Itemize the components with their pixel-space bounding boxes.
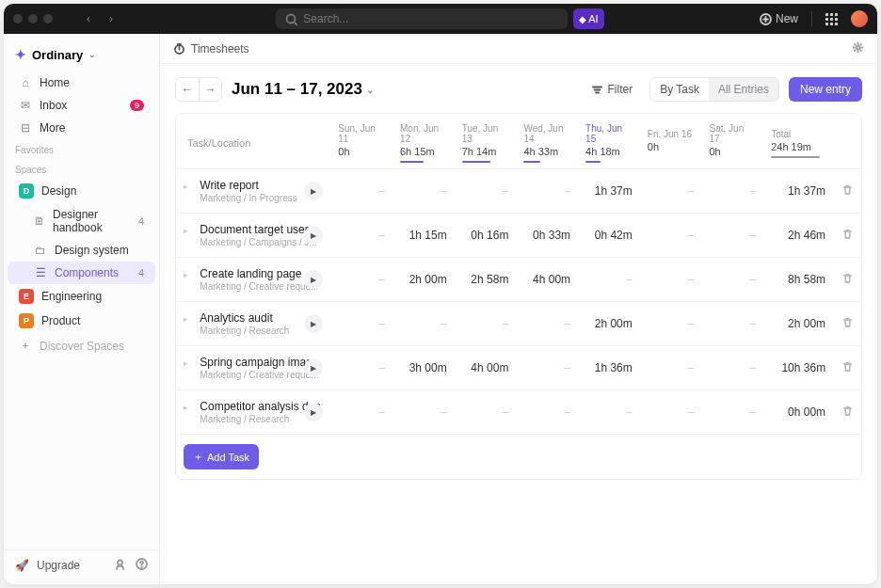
ai-button[interactable]: ◆ AI [573,8,603,29]
sidebar-item-design-system[interactable]: 🗀 Design system [8,239,155,262]
time-cell[interactable]: – [330,169,392,214]
workspace-switcher[interactable]: ✦ Ordinary ⌄ [4,38,159,72]
time-cell[interactable]: – [640,214,702,258]
time-cell[interactable]: – [330,214,392,258]
date-prev-button[interactable]: ← [176,78,199,101]
time-cell[interactable]: 4h 00m [455,346,517,390]
nav-forward-button[interactable]: › [102,9,120,28]
time-cell[interactable]: 1h 36m [578,346,640,390]
expand-caret-icon[interactable]: ▸ [184,226,191,235]
settings-icon[interactable] [852,43,864,56]
task-cell[interactable]: ▸ Analytics auditMarketing / Research ▶ [176,302,330,346]
search-input[interactable]: Search... [276,8,568,29]
play-button[interactable]: ▶ [304,358,323,377]
time-cell[interactable]: 1h 37m [578,169,640,214]
time-cell[interactable]: – [392,169,455,214]
apps-menu-button[interactable] [825,13,838,25]
time-cell[interactable]: – [702,390,764,435]
date-range-picker[interactable]: Jun 11 – 17, 2023 ⌄ [232,80,374,99]
time-cell[interactable]: – [330,258,392,302]
sidebar-item-components[interactable]: ☰ Components 4 [8,262,155,284]
time-cell[interactable]: 2h 00m [392,258,455,302]
upgrade-button[interactable]: Upgrade [37,559,80,572]
time-cell[interactable]: – [330,346,392,390]
seg-all-entries[interactable]: All Entries [709,78,778,101]
time-cell[interactable]: – [392,302,455,346]
sidebar-item-inbox[interactable]: ✉ Inbox 9 [8,94,155,117]
time-cell[interactable]: – [578,258,640,302]
time-cell[interactable]: – [640,258,702,302]
time-cell[interactable]: 3h 00m [392,346,455,390]
play-button[interactable]: ▶ [304,314,323,333]
expand-caret-icon[interactable]: ▸ [184,358,191,368]
time-cell[interactable]: 0h 16m [455,214,517,258]
task-cell[interactable]: ▸ Create landing pageMarketing / Creativ… [176,258,330,302]
time-cell[interactable]: 2h 58m [455,258,517,302]
delete-button[interactable] [833,390,861,435]
new-button[interactable]: New [760,12,798,25]
add-task-button[interactable]: ＋Add Task [184,444,259,469]
time-cell[interactable]: 2h 00m [578,302,640,346]
time-cell[interactable]: – [578,390,640,435]
sidebar-item-designer-handbook[interactable]: 🗎 Designer handbook 4 [8,203,155,239]
time-cell[interactable]: – [455,302,517,346]
time-cell[interactable]: – [702,214,764,258]
time-cell[interactable]: – [455,169,517,214]
sidebar-space-product[interactable]: P Product [8,309,155,333]
time-cell[interactable]: – [392,390,455,435]
help-icon[interactable] [136,558,148,573]
task-cell[interactable]: ▸ Write reportMarketing / In Progress ▶ [176,169,330,214]
time-cell[interactable]: – [640,346,702,390]
nav-back-button[interactable]: ‹ [79,9,98,28]
expand-caret-icon[interactable]: ▸ [184,403,191,412]
sidebar-item-home[interactable]: ⌂ Home [8,72,155,94]
delete-button[interactable] [833,346,861,390]
task-cell[interactable]: ▸ Competitor analysis docMarketing / Res… [176,390,330,435]
time-cell[interactable]: – [330,390,392,435]
date-next-button[interactable]: → [199,78,221,101]
time-cell[interactable]: – [702,169,764,214]
delete-button[interactable] [833,258,861,302]
expand-caret-icon[interactable]: ▸ [184,182,191,191]
expand-caret-icon[interactable]: ▸ [184,314,191,324]
time-cell[interactable]: – [640,390,702,435]
delete-button[interactable] [833,169,861,214]
user-avatar[interactable] [851,10,868,27]
sidebar-item-more[interactable]: ⊟ More [8,117,155,139]
play-button[interactable]: ▶ [304,403,323,421]
sidebar-space-engineering[interactable]: E Engineering [8,284,155,309]
play-button[interactable]: ▶ [304,270,323,289]
sidebar-space-design[interactable]: D Design [8,179,155,203]
time-cell[interactable]: 0h 42m [578,214,640,258]
time-cell[interactable]: – [516,302,578,346]
invite-icon[interactable] [114,558,126,573]
play-button[interactable]: ▶ [304,182,323,200]
time-cell[interactable]: 4h 00m [516,258,578,302]
total-cell: 2h 00m [763,302,833,346]
time-cell[interactable]: – [455,390,517,435]
expand-caret-icon[interactable]: ▸ [184,270,191,279]
sidebar-discover-spaces[interactable]: ＋ Discover Spaces [8,333,155,358]
time-cell[interactable]: – [516,169,578,214]
play-button[interactable]: ▶ [304,226,323,245]
filter-button[interactable]: Filter [584,78,640,101]
delete-button[interactable] [833,302,861,346]
time-cell[interactable]: – [330,302,392,346]
time-cell[interactable]: – [702,302,764,346]
time-cell[interactable]: 1h 15m [392,214,455,258]
time-cell[interactable]: 0h 33m [516,214,578,258]
seg-by-task[interactable]: By Task [650,78,709,101]
time-cell[interactable]: – [702,258,764,302]
new-entry-button[interactable]: New entry [789,77,862,102]
time-cell[interactable]: – [702,346,764,390]
task-cell[interactable]: ▸ Document target usersMarketing / Campa… [176,214,330,258]
time-cell[interactable]: – [516,346,578,390]
time-cell[interactable]: – [640,169,702,214]
svg-point-0 [287,14,296,23]
doc-icon: 🗎 [34,215,45,228]
time-cell[interactable]: – [640,302,702,346]
task-cell[interactable]: ▸ Spring campaign imag...Marketing / Cre… [176,346,330,390]
delete-button[interactable] [833,214,861,258]
day-label: Tue, Jun 13 [462,123,509,144]
time-cell[interactable]: – [516,390,578,435]
